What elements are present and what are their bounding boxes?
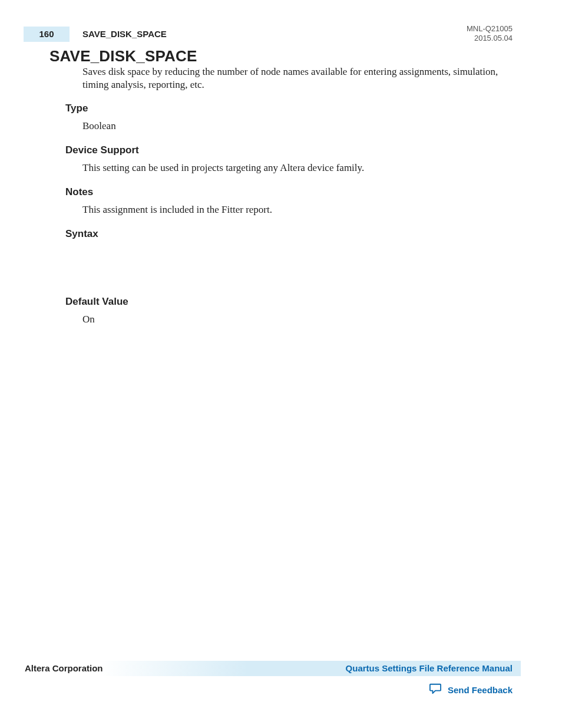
comment-icon [429,683,442,697]
footer-manual-link[interactable]: Quartus Settings File Reference Manual [346,663,513,673]
doc-date: 2015.05.04 [467,34,513,43]
page-title: SAVE_DISK_SPACE [49,47,197,65]
section-heading-syntax: Syntax [65,228,98,240]
header-meta: MNL-Q21005 2015.05.04 [467,24,513,44]
doc-id: MNL-Q21005 [467,24,513,34]
send-feedback-link[interactable]: Send Feedback [448,685,513,695]
section-heading-notes: Notes [65,186,93,198]
section-body-device-support: This setting can be used in projects tar… [82,162,513,174]
page-number: 160 [24,29,70,39]
page-header: 160 SAVE_DISK_SPACE MNL-Q21005 2015.05.0… [0,27,562,43]
section-body-default-value: On [82,314,513,325]
document-page: 160 SAVE_DISK_SPACE MNL-Q21005 2015.05.0… [0,0,562,728]
feedback-row: Send Feedback [429,683,513,697]
intro-paragraph: Saves disk space by reducing the number … [82,65,513,91]
running-header-title: SAVE_DISK_SPACE [82,29,167,39]
section-body-notes: This assignment is included in the Fitte… [82,204,513,216]
section-body-type: Boolean [82,120,513,132]
section-heading-type: Type [65,103,88,114]
section-heading-default-value: Default Value [65,296,128,308]
section-heading-device-support: Device Support [65,144,139,156]
page-footer: Altera Corporation Quartus Settings File… [0,661,562,677]
footer-corporation: Altera Corporation [25,663,103,673]
